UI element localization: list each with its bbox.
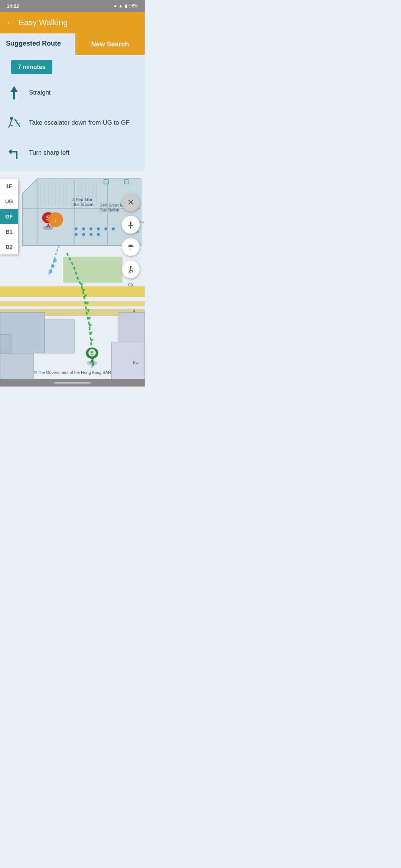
step-3-text: Turn sharp left <box>29 149 69 157</box>
back-button[interactable]: ← <box>6 18 14 27</box>
status-icons: ● ▲ ▮ 96% <box>114 3 138 9</box>
svg-point-70 <box>51 264 55 268</box>
svg-text:3 Red Mini: 3 Red Mini <box>72 197 92 202</box>
svg-point-39 <box>89 233 92 236</box>
floor-gf[interactable]: GF <box>0 209 18 224</box>
direction-step-2: Take escalator down from UG to GF <box>6 108 139 138</box>
floor-b1[interactable]: B1 <box>0 224 18 240</box>
svg-rect-42 <box>63 257 123 283</box>
status-time: 14:22 <box>7 3 19 9</box>
tab-bar: Suggested Route New Search <box>0 33 145 55</box>
straight-icon <box>6 85 22 101</box>
svg-marker-0 <box>10 86 18 99</box>
page-title: Easy Walking <box>19 18 68 27</box>
accessibility-button[interactable] <box>122 260 140 278</box>
svg-text:Kw: Kw <box>133 361 138 365</box>
svg-text:E: E <box>90 350 94 356</box>
map-area[interactable]: S ↓ E 3 Red Mini Bus Station 34M Green M… <box>0 171 145 379</box>
pin-icon <box>127 221 135 229</box>
svg-text:C3: C3 <box>128 283 133 287</box>
duration-badge: 7 minutes <box>11 60 52 74</box>
home-bar <box>54 382 91 384</box>
svg-point-34 <box>89 227 92 230</box>
escalator-icon <box>6 115 22 131</box>
svg-text:A: A <box>133 309 136 313</box>
close-icon: ✕ <box>127 198 134 207</box>
svg-point-36 <box>104 227 107 230</box>
svg-rect-10 <box>0 286 145 297</box>
svg-point-41 <box>112 227 115 230</box>
svg-line-4 <box>10 125 13 126</box>
wheelchair-icon <box>127 265 135 273</box>
pin-button[interactable] <box>122 216 140 234</box>
directions-panel: 7 minutes Straight Take escalator dow <box>0 55 145 171</box>
tab-suggested-route[interactable]: Suggested Route <box>0 33 75 55</box>
battery-icon: ▮ <box>125 3 127 9</box>
turn-left-icon <box>6 145 22 161</box>
svg-line-5 <box>14 119 20 127</box>
svg-rect-11 <box>0 301 145 306</box>
svg-point-69 <box>53 259 57 262</box>
umbrella-icon: ☂ <box>127 243 134 251</box>
floor-b2[interactable]: B2 <box>0 240 18 254</box>
svg-text:↓: ↓ <box>54 216 58 224</box>
floor-1f[interactable]: 1F <box>0 179 18 194</box>
app-header: ← Easy Walking <box>0 12 145 33</box>
status-bar: 14:22 ● ▲ ▮ 96% <box>0 0 145 12</box>
svg-rect-82 <box>128 225 133 226</box>
svg-point-40 <box>97 233 100 236</box>
wifi-icon: ▲ <box>118 3 123 9</box>
svg-rect-45 <box>45 320 74 353</box>
location-icon: ● <box>114 3 117 9</box>
step-2-text: Take escalator down from UG to GF <box>29 119 130 126</box>
umbrella-button[interactable]: ☂ <box>122 238 140 256</box>
map-controls: ✕ ☂ <box>122 194 140 278</box>
svg-point-85 <box>129 272 130 273</box>
direction-step-3: Turn sharp left <box>6 138 139 168</box>
svg-point-35 <box>97 227 100 230</box>
svg-point-1 <box>10 117 13 120</box>
copyright-text: © The Government of the Hong Kong SAR <box>0 368 145 377</box>
close-button[interactable]: ✕ <box>122 194 140 211</box>
svg-point-71 <box>49 270 52 273</box>
floor-ug[interactable]: UG <box>0 194 18 209</box>
step-1-text: Straight <box>29 89 51 96</box>
svg-rect-46 <box>0 335 11 353</box>
svg-point-84 <box>130 266 132 268</box>
svg-text:Bus Station: Bus Station <box>100 208 119 212</box>
svg-point-33 <box>82 227 85 230</box>
svg-rect-81 <box>130 221 131 225</box>
svg-point-37 <box>75 233 78 236</box>
svg-point-38 <box>82 233 85 236</box>
svg-point-32 <box>75 227 78 230</box>
svg-line-2 <box>10 120 12 125</box>
svg-text:Bus Station: Bus Station <box>72 202 93 207</box>
direction-step-1: Straight <box>6 78 139 108</box>
battery-percent: 96% <box>129 3 138 9</box>
svg-rect-47 <box>119 312 145 342</box>
tab-new-search[interactable]: New Search <box>75 33 145 55</box>
home-indicator <box>0 379 145 387</box>
svg-line-3 <box>9 125 10 128</box>
floor-selector[interactable]: 1F UG GF B1 B2 <box>0 179 18 254</box>
svg-marker-8 <box>9 149 12 155</box>
